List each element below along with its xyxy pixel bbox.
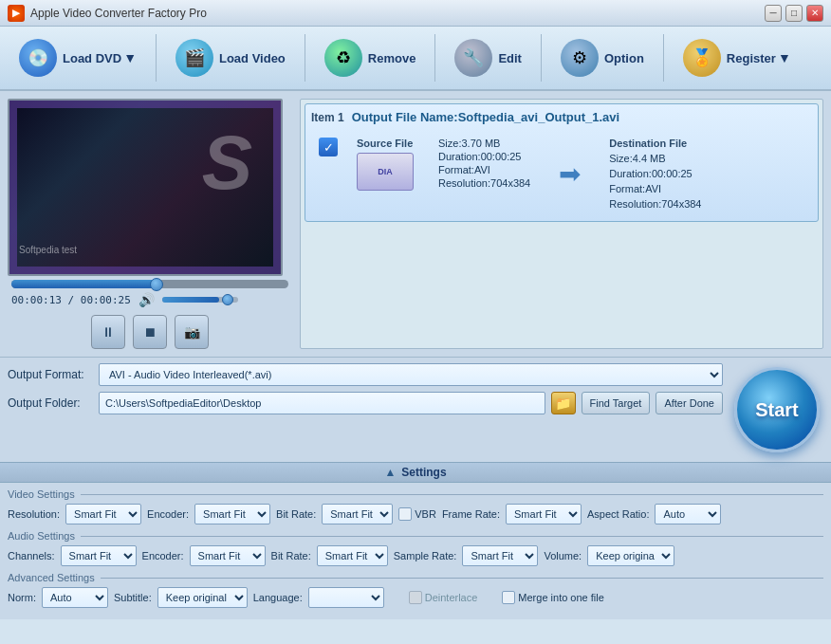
remove-icon: ♻ — [324, 39, 362, 77]
file-checkbox[interactable]: ✓ — [319, 138, 338, 156]
merge-checkbox[interactable] — [502, 591, 515, 604]
folder-row: Output Folder: 📁 Find Target After Done — [8, 392, 723, 414]
load-dvd-label: Load DVD — [63, 51, 121, 65]
volume-fill — [162, 297, 219, 303]
register-label: Register — [727, 51, 776, 65]
output-area: Output Format: AVI - Audio Video Interle… — [0, 357, 831, 462]
audio-encoder-label: Encoder: — [142, 550, 184, 561]
volume-label: Volume: — [544, 550, 582, 561]
edit-button[interactable]: 🔧 Edit — [443, 33, 533, 83]
volume-bar[interactable] — [162, 297, 238, 303]
register-dropdown-icon: ▼ — [778, 50, 791, 65]
volume-select[interactable]: Keep origina — [587, 545, 674, 566]
format-select[interactable]: AVI - Audio Video Interleaved(*.avi) — [99, 363, 723, 386]
bitrate-label: Bit Rate: — [276, 508, 316, 520]
dest-size: Size:4.4 MB — [609, 153, 701, 164]
app-title: Apple Video Converter Factory Pro — [30, 7, 207, 20]
deinterlace-group: Deinterlace — [409, 591, 478, 604]
browse-folder-button[interactable]: 📁 — [551, 392, 576, 414]
folder-input[interactable] — [99, 392, 545, 414]
audio-encoder-select[interactable]: Smart Fit — [190, 545, 266, 566]
aspect-select[interactable]: Auto — [655, 504, 721, 524]
video-thumbnail: S Softpedia test — [9, 101, 281, 274]
format-row: Output Format: AVI - Audio Video Interle… — [8, 363, 723, 386]
title-bar: ▶ Apple Video Converter Factory Pro ─ □ … — [0, 0, 831, 27]
pause-button[interactable]: ⏸ — [91, 315, 125, 349]
playback-controls: ⏸ ⏹ 📷 — [8, 315, 292, 349]
toolbar-sep-5 — [663, 34, 664, 82]
norm-select[interactable]: Auto — [42, 587, 108, 608]
framerate-label: Frame Rate: — [442, 508, 500, 520]
source-format: Format:AVI — [438, 164, 530, 175]
source-resolution: Resolution:704x384 — [438, 177, 530, 189]
source-size: Size:3.70 MB — [438, 138, 530, 149]
deinterlace-checkbox — [409, 591, 422, 604]
start-btn-wrapper: Start — [730, 363, 823, 456]
source-duration: Duration:00:00:25 — [438, 151, 530, 162]
subtitle-select[interactable]: Keep original — [157, 587, 248, 608]
aspect-label: Aspect Ratio: — [587, 508, 649, 520]
source-column: Source File DIA — [357, 138, 414, 210]
samplerate-label: Sample Rate: — [394, 550, 457, 561]
settings-arrow-icon: ▲ — [384, 466, 396, 479]
main-content: S Softpedia test 00:00:13 / 00:00:25 🔊 ⏸ — [0, 91, 831, 357]
option-label: Option — [604, 51, 644, 65]
framerate-select[interactable]: Smart Fit — [506, 504, 582, 524]
channels-select[interactable]: Smart Fit — [61, 545, 137, 566]
audio-bitrate-select[interactable]: Smart Fit — [317, 545, 388, 566]
arrow-icon: ➡ — [549, 138, 590, 210]
maximize-button[interactable]: □ — [785, 5, 803, 22]
output-fields: Output Format: AVI - Audio Video Interle… — [8, 363, 723, 420]
source-icon: DIA — [357, 153, 414, 191]
settings-section: Video Settings Resolution: Smart Fit Enc… — [0, 483, 831, 619]
after-done-button[interactable]: After Done — [656, 392, 723, 414]
source-header: Source File — [357, 138, 414, 149]
load-video-button[interactable]: 🎬 Load Video — [164, 33, 297, 83]
video-s-graphic: S — [202, 120, 252, 207]
audio-settings-row: Channels: Smart Fit Encoder: Smart Fit B… — [8, 545, 823, 566]
samplerate-select[interactable]: Smart Fit — [462, 545, 538, 566]
file-item-header: Item 1 Output File Name:Softpedia_avi_Ou… — [311, 110, 812, 124]
load-dvd-button[interactable]: 💿 Load DVD ▼ — [8, 33, 148, 83]
app-icon: ▶ — [8, 5, 25, 22]
time-separator: / — [68, 294, 81, 306]
vbr-checkbox[interactable] — [398, 507, 412, 521]
stop-button[interactable]: ⏹ — [133, 315, 167, 349]
item-filename: Output File Name:Softpedia_avi_Output_1.… — [352, 110, 619, 124]
dest-format: Format:AVI — [609, 183, 701, 194]
time-display: 00:00:13 / 00:00:25 — [11, 294, 131, 306]
volume-thumb — [222, 294, 233, 305]
video-bitrate-select[interactable]: Smart Fit — [322, 504, 393, 524]
video-progress-bar[interactable] — [11, 280, 288, 288]
channels-label: Channels: — [8, 550, 55, 561]
minimize-button[interactable]: ─ — [765, 5, 782, 22]
settings-bar[interactable]: ▲ Settings — [0, 462, 831, 483]
source-details: Size:3.70 MB Duration:00:00:25 Format:AV… — [438, 138, 530, 210]
file-info-row: ✓ Source File DIA Size:3.70 MB Duration:… — [311, 132, 812, 215]
start-button[interactable]: Start — [734, 367, 820, 452]
deinterlace-label: Deinterlace — [425, 592, 478, 603]
resolution-label: Resolution: — [8, 508, 60, 520]
register-button[interactable]: 🏅 Register ▼ — [672, 33, 803, 83]
folder-label: Output Folder: — [8, 396, 93, 410]
format-label: Output Format: — [8, 368, 93, 381]
close-button[interactable]: ✕ — [806, 5, 823, 22]
option-icon: ⚙ — [561, 39, 599, 77]
option-button[interactable]: ⚙ Option — [549, 33, 656, 83]
resolution-select[interactable]: Smart Fit — [65, 504, 141, 524]
toolbar-sep-4 — [541, 34, 542, 82]
subtitle-label: Subtitle: — [114, 592, 152, 603]
volume-icon: 🔊 — [138, 292, 155, 307]
title-bar-left: ▶ Apple Video Converter Factory Pro — [8, 5, 207, 22]
edit-icon: 🔧 — [454, 39, 492, 77]
video-encoder-select[interactable]: Smart Fit — [194, 504, 270, 524]
snapshot-button[interactable]: 📷 — [175, 315, 209, 349]
remove-button[interactable]: ♻ Remove — [313, 33, 428, 83]
merge-group: Merge into one file — [502, 591, 604, 604]
find-target-button[interactable]: Find Target — [582, 392, 651, 414]
video-settings-row: Resolution: Smart Fit Encoder: Smart Fit… — [8, 504, 823, 524]
video-settings-label: Video Settings — [8, 488, 823, 500]
toolbar: 💿 Load DVD ▼ 🎬 Load Video ♻ Remove 🔧 Edi… — [0, 27, 831, 91]
language-select[interactable] — [308, 587, 384, 608]
video-frame: S Softpedia test — [8, 99, 283, 276]
